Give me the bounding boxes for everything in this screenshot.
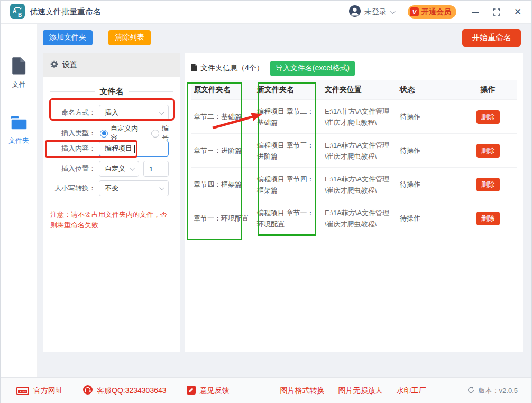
import-excel-button[interactable]: 导入文件名(excel格式)	[270, 61, 355, 76]
cell-status: 待操作	[397, 213, 456, 224]
insert-content-value: 编程项目	[105, 144, 132, 153]
case-conversion-row: 大小写转换： 不变	[50, 180, 175, 196]
folder-table-panel: 文件夹信息（4个） 导入文件名(excel格式) 原文件夹名 新文件夹名 文件夹…	[185, 53, 523, 352]
case-conversion-label: 大小写转换：	[50, 184, 96, 193]
sidebar: 文件 文件夹	[1, 24, 38, 377]
table-row: 章节四：框架篇 编程项目 章节四：框架篇 E:\1A菲方\A文件管理\崔庆才爬虫…	[191, 168, 517, 202]
settings-header: 设置	[43, 53, 180, 77]
col-header-operation: 操作	[461, 85, 512, 95]
open-vip-button[interactable]: V 开通会员	[408, 5, 456, 19]
text-cursor	[134, 145, 135, 153]
table-row: 章节二：基础篇 编程项目 章节二：基础篇 E:\1A菲方\A文件管理\崔庆才爬虫…	[191, 100, 517, 134]
insert-content-row: 插入内容： 编程项目	[50, 141, 175, 157]
insert-type-options: 自定义内容 编号	[100, 124, 175, 143]
cell-original: 章节二：基础篇	[191, 111, 250, 122]
divider	[50, 91, 95, 92]
cell-original: 章节四：框架篇	[191, 179, 250, 190]
official-site-link[interactable]: .com 官方网址	[16, 386, 63, 396]
case-conversion-select[interactable]: 不变	[99, 180, 169, 196]
col-header-location: 文件夹位置	[322, 85, 393, 95]
start-rename-button[interactable]: 开始重命名	[462, 29, 521, 47]
table-row: 章节一：环境配置 编程项目 章节一：环境配置 E:\1A菲方\A文件管理\崔庆才…	[191, 202, 517, 235]
tool-image-enlarge[interactable]: 图片无损放大	[338, 386, 383, 396]
cell-new: 编程项目 章节三：进阶篇	[254, 140, 318, 162]
document-icon	[191, 64, 197, 73]
chevron-down-icon	[159, 185, 164, 190]
delete-button[interactable]: 删除	[476, 178, 500, 191]
cell-location: E:\1A菲方\A文件管理\崔庆才爬虫教程\	[322, 140, 393, 162]
sidebar-item-folder[interactable]: 文件夹	[8, 115, 29, 145]
radio-number[interactable]: 编号	[151, 124, 175, 143]
footer-bar: .com 官方网址 客服QQ:3234303643	[1, 377, 531, 403]
sidebar-item-file[interactable]: 文件	[11, 57, 27, 89]
com-icon: .com	[16, 387, 29, 395]
insert-position-select[interactable]: 自定义	[99, 161, 139, 177]
cell-new: 编程项目 章节一：环境配置	[254, 207, 318, 230]
divider	[129, 91, 173, 92]
folder-info-label: 文件夹信息（4个）	[200, 63, 264, 73]
settings-panel: 设置 文件名 命名方式： 插入	[43, 53, 180, 352]
insert-content-label: 插入内容：	[50, 144, 96, 153]
refresh-icon[interactable]	[467, 386, 475, 396]
login-menu[interactable]: 未登录	[349, 5, 394, 19]
delete-button[interactable]: 删除	[476, 212, 500, 225]
vip-icon: V	[410, 7, 419, 16]
col-header-original: 原文件夹名	[191, 85, 250, 95]
login-status-label: 未登录	[364, 7, 387, 17]
delete-button[interactable]: 删除	[476, 110, 500, 124]
app-body: 文件 文件夹 添加文件夹 清除列表 开始重命名	[1, 24, 531, 377]
clear-list-button[interactable]: 清除列表	[108, 30, 151, 45]
app-title: 优速文件批量重命名	[30, 7, 101, 17]
radio-custom-content[interactable]: 自定义内容	[100, 124, 144, 143]
cell-new: 编程项目 章节二：基础篇	[254, 106, 318, 128]
minimize-button[interactable]: ─	[471, 8, 480, 16]
cell-location: E:\1A菲方\A文件管理\崔庆才爬虫教程\	[322, 106, 393, 128]
cell-status: 待操作	[397, 145, 456, 156]
titlebar: A B 优速文件批量重命名 未登录 V 开通会员 ─	[1, 1, 531, 24]
vip-label: 开通会员	[421, 7, 451, 17]
folder-icon	[10, 115, 28, 133]
svg-text:A: A	[13, 8, 16, 14]
close-button[interactable]: ✕	[513, 8, 522, 16]
naming-method-value: 插入	[105, 108, 118, 117]
cell-original: 章节一：环境配置	[191, 213, 250, 224]
file-icon	[11, 57, 27, 77]
tool-watermark[interactable]: 水印工厂	[397, 386, 426, 396]
folder-info: 文件夹信息（4个）	[191, 63, 264, 73]
insert-position-number-input[interactable]: 1	[143, 161, 169, 177]
col-header-new: 新文件夹名	[254, 85, 318, 95]
insert-content-input[interactable]: 编程项目	[99, 141, 169, 157]
app-logo-icon: A B	[10, 4, 25, 21]
version-info: 版本：v2.0.5	[467, 386, 518, 396]
sidebar-item-file-label: 文件	[12, 80, 26, 89]
naming-method-row: 命名方式： 插入	[50, 105, 175, 121]
chevron-down-icon	[390, 8, 396, 14]
radio-unselected-icon	[151, 130, 159, 138]
insert-type-label: 插入类型：	[50, 129, 96, 138]
delete-button[interactable]: 删除	[476, 144, 500, 158]
insert-position-value: 自定义	[105, 164, 125, 173]
add-folder-button[interactable]: 添加文件夹	[43, 30, 93, 45]
version-label: 版本：v2.0.5	[479, 386, 518, 396]
user-avatar-icon	[349, 5, 361, 19]
folder-table: 原文件夹名 新文件夹名 文件夹位置 状态 操作 章节二：基础篇 编程项目 章节二…	[185, 80, 523, 235]
cell-location: E:\1A菲方\A文件管理\崔庆才爬虫教程\	[322, 207, 393, 230]
cell-location: E:\1A菲方\A文件管理\崔庆才爬虫教程\	[322, 173, 393, 196]
insert-position-row: 插入位置： 自定义 1	[50, 161, 175, 177]
footer-tools: 图片格式转换 图片无损放大 水印工厂	[280, 386, 426, 396]
col-header-status: 状态	[397, 85, 456, 95]
naming-method-select[interactable]: 插入	[99, 105, 169, 121]
case-conversion-value: 不变	[105, 184, 118, 193]
toolbar: 添加文件夹 清除列表 开始重命名	[38, 24, 531, 51]
gear-icon	[50, 60, 58, 70]
service-qq-link[interactable]: 客服QQ:3234303643	[83, 385, 167, 396]
radio-selected-icon	[100, 130, 108, 138]
table-row: 章节三：进阶篇 编程项目 章节三：进阶篇 E:\1A菲方\A文件管理\崔庆才爬虫…	[191, 134, 517, 168]
maximize-button[interactable]	[492, 8, 501, 16]
filename-section-title: 文件名	[100, 87, 124, 97]
tool-image-format[interactable]: 图片格式转换	[280, 386, 325, 396]
content-row: 设置 文件名 命名方式： 插入	[38, 53, 531, 352]
feedback-link[interactable]: 意见反馈	[187, 386, 230, 396]
insert-type-row: 插入类型： 自定义内容 编号	[50, 124, 175, 143]
cell-new: 编程项目 章节四：框架篇	[254, 173, 318, 196]
